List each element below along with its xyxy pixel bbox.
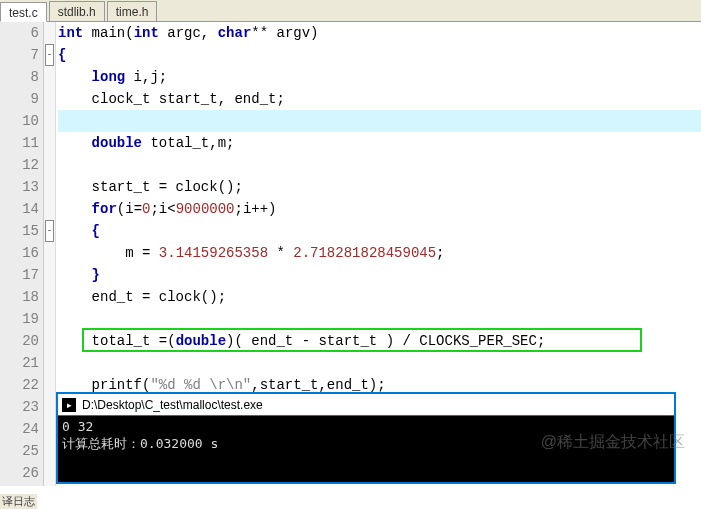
line-number: 13: [0, 176, 39, 198]
fold-cell: [44, 440, 55, 462]
console-icon: ▸: [62, 398, 76, 412]
tab-stdlib-h[interactable]: stdlib.h: [49, 1, 105, 21]
tab-test-c[interactable]: test.c: [0, 2, 47, 22]
console-title-text: D:\Desktop\C_test\malloc\test.exe: [82, 398, 263, 412]
fold-cell: [44, 286, 55, 308]
line-number: 19: [0, 308, 39, 330]
line-number: 23: [0, 396, 39, 418]
line-number: 14: [0, 198, 39, 220]
fold-cell: [44, 132, 55, 154]
console-output: 0 32 计算总耗时：0.032000 s: [58, 416, 674, 454]
tab-time-h[interactable]: time.h: [107, 1, 158, 21]
code-line[interactable]: m = 3.14159265358 * 2.718281828459045;: [58, 242, 701, 264]
line-number: 10: [0, 110, 39, 132]
code-line[interactable]: start_t = clock();: [58, 176, 701, 198]
fold-cell: [44, 154, 55, 176]
code-line[interactable]: double total_t,m;: [58, 132, 701, 154]
fold-cell: [44, 418, 55, 440]
code-line[interactable]: [58, 352, 701, 374]
fold-cell: [44, 374, 55, 396]
fold-cell: [44, 308, 55, 330]
bottom-panel-label: 译日志: [0, 494, 37, 509]
line-number: 6: [0, 22, 39, 44]
fold-cell: [44, 66, 55, 88]
line-number: 21: [0, 352, 39, 374]
code-line[interactable]: for(i=0;i<9000000;i++): [58, 198, 701, 220]
line-number: 25: [0, 440, 39, 462]
fold-cell: [44, 330, 55, 352]
code-line[interactable]: [58, 110, 701, 132]
line-number: 7: [0, 44, 39, 66]
fold-cell: [44, 176, 55, 198]
fold-cell[interactable]: -: [44, 220, 55, 242]
code-line[interactable]: clock_t start_t, end_t;: [58, 88, 701, 110]
console-titlebar[interactable]: ▸ D:\Desktop\C_test\malloc\test.exe: [58, 394, 674, 416]
fold-toggle-icon[interactable]: -: [45, 44, 54, 66]
fold-cell: [44, 462, 55, 484]
fold-cell: [44, 198, 55, 220]
line-number: 22: [0, 374, 39, 396]
fold-cell[interactable]: -: [44, 44, 55, 66]
line-number: 16: [0, 242, 39, 264]
fold-cell: [44, 242, 55, 264]
code-line[interactable]: total_t =(double)( end_t - start_t ) / C…: [58, 330, 701, 352]
file-tabs: test.c stdlib.h time.h: [0, 0, 701, 22]
console-window[interactable]: ▸ D:\Desktop\C_test\malloc\test.exe 0 32…: [56, 392, 676, 484]
line-number: 26: [0, 462, 39, 484]
fold-cell: [44, 22, 55, 44]
line-number: 17: [0, 264, 39, 286]
console-line-2: 计算总耗时：0.032000 s: [62, 435, 670, 452]
code-line[interactable]: int main(int argc, char** argv): [58, 22, 701, 44]
code-line[interactable]: end_t = clock();: [58, 286, 701, 308]
code-line[interactable]: {: [58, 44, 701, 66]
fold-cell: [44, 264, 55, 286]
line-number: 11: [0, 132, 39, 154]
line-number: 18: [0, 286, 39, 308]
fold-cell: [44, 110, 55, 132]
fold-cell: [44, 396, 55, 418]
console-line-1: 0 32: [62, 418, 670, 435]
fold-toggle-icon[interactable]: -: [45, 220, 54, 242]
line-number: 12: [0, 154, 39, 176]
fold-cell: [44, 352, 55, 374]
line-number: 8: [0, 66, 39, 88]
code-line[interactable]: {: [58, 220, 701, 242]
code-line[interactable]: }: [58, 264, 701, 286]
line-number: 24: [0, 418, 39, 440]
code-line[interactable]: long i,j;: [58, 66, 701, 88]
line-number: 9: [0, 88, 39, 110]
line-number: 20: [0, 330, 39, 352]
fold-column[interactable]: --: [44, 22, 56, 486]
line-number: 15: [0, 220, 39, 242]
code-line[interactable]: [58, 308, 701, 330]
line-number-gutter: 67891011121314151617181920212223242526: [0, 22, 44, 486]
code-line[interactable]: [58, 154, 701, 176]
fold-cell: [44, 88, 55, 110]
